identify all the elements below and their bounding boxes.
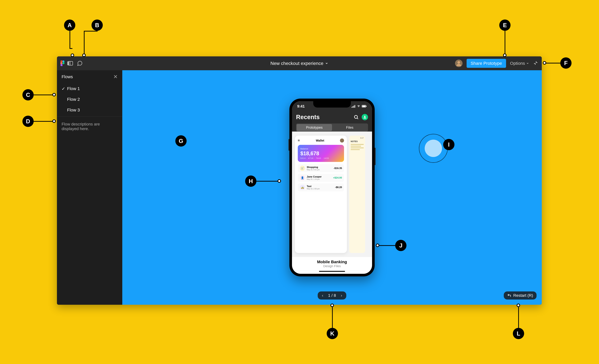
mini-avatar[interactable]	[340, 139, 344, 142]
close-icon[interactable]: ✕	[113, 74, 118, 80]
minimize-icon[interactable]	[533, 61, 538, 66]
svg-rect-4	[352, 106, 353, 108]
balance-amount: $18,678	[300, 151, 341, 157]
tab-prototypes[interactable]: Prototypes	[297, 124, 332, 131]
tx-icon: 🛒	[300, 166, 305, 171]
callout-e: E	[499, 19, 511, 31]
callout-k: K	[327, 328, 338, 339]
sidebar-title: Flows	[62, 74, 73, 79]
comment-icon[interactable]	[77, 60, 83, 66]
transaction-row[interactable]: 🚕 TaxiMay 19, 2:50 pm -$8.20	[298, 183, 344, 191]
battery-icon	[362, 105, 367, 107]
options-button[interactable]: Options	[510, 61, 529, 66]
transaction-row[interactable]: 🛒 ShoppingMay 20, 5:01 pm -$16.35	[298, 164, 344, 172]
device-frame: 9:41 Recents	[289, 98, 375, 276]
restart-icon	[507, 293, 511, 298]
callout-b: B	[91, 19, 103, 31]
app-header: Recents Prototypes Files	[292, 111, 372, 132]
wifi-icon	[357, 105, 361, 108]
prototype-canvas[interactable]: 9:41 Recents	[122, 70, 542, 305]
callout-h: H	[245, 176, 256, 187]
status-time: 9:41	[297, 104, 305, 108]
svg-point-12	[364, 116, 365, 117]
callout-c: C	[22, 89, 34, 100]
search-icon[interactable]	[353, 115, 359, 120]
svg-rect-9	[366, 106, 367, 107]
svg-rect-3	[352, 107, 352, 108]
balance-label: Balance	[300, 147, 341, 150]
page-navigator: ‹ 1 / 8 ›	[318, 292, 346, 300]
chevron-down-icon	[325, 62, 328, 65]
home-indicator[interactable]	[319, 271, 345, 272]
flow-description: Flow descriptions are displayed here.	[57, 116, 122, 136]
tx-icon: 🚕	[300, 185, 305, 190]
callout-j: J	[395, 240, 406, 251]
prototype-window: New checkout experience Share Prototype …	[57, 56, 542, 305]
flows-sidebar: Flows ✕ Flow 1 Flow 2 Flow 3 Flow descri…	[57, 70, 122, 305]
next-icon[interactable]: ›	[339, 293, 344, 298]
user-avatar[interactable]	[455, 60, 463, 67]
balance-card: Balance $18,678 5814 · 4718 · 7843 · 143…	[298, 145, 344, 162]
app-body[interactable]: = Wallet Balance $18,678 5814 · 4718 · 7…	[292, 132, 372, 257]
callout-f: F	[560, 57, 572, 69]
restart-button[interactable]: Restart (R)	[504, 292, 537, 300]
svg-rect-6	[355, 105, 355, 108]
tx-amount: -$8.20	[335, 186, 342, 189]
tx-amount: +$24.00	[333, 176, 342, 179]
app-avatar[interactable]	[362, 114, 368, 120]
tx-icon: 👤	[300, 175, 305, 180]
prototype-info: Mobile Banking Design Files	[292, 257, 372, 271]
callout-d: D	[22, 116, 34, 127]
notes-title: NOTES	[351, 140, 364, 142]
app-title: Recents	[296, 114, 320, 121]
callout-i: I	[443, 139, 454, 150]
svg-rect-8	[362, 106, 366, 107]
card-number: 5814 · 4718 · 7843 · 1435	[300, 157, 341, 159]
transaction-row[interactable]: 👤 Jane CooperMay 20, 1:24 pm +$24.00	[298, 174, 344, 182]
signal-icon	[352, 105, 356, 108]
tx-amount: -$16.35	[334, 167, 342, 170]
flow-item-1[interactable]: Flow 1	[57, 83, 122, 94]
notes-card[interactable]: 9:27 NOTES	[349, 136, 365, 253]
toolbar: New checkout experience Share Prototype …	[57, 56, 542, 70]
options-label: Options	[510, 61, 525, 66]
sidebar-toggle-icon[interactable]	[67, 60, 74, 66]
svg-rect-2	[67, 62, 69, 65]
share-button[interactable]: Share Prototype	[467, 59, 506, 68]
tab-files[interactable]: Files	[332, 124, 367, 131]
prototype-subtitle: Design Files	[292, 264, 372, 268]
notes-time: 9:27	[351, 137, 364, 139]
callout-l: L	[513, 328, 524, 339]
svg-line-11	[357, 118, 358, 119]
figma-logo[interactable]	[61, 61, 64, 66]
file-title[interactable]: New checkout experience	[270, 61, 328, 66]
prototype-name: Mobile Banking	[292, 260, 372, 264]
card-title: Wallet	[316, 139, 324, 142]
wallet-card[interactable]: = Wallet Balance $18,678 5814 · 4718 · 7…	[295, 136, 347, 253]
hotspot-dot	[425, 140, 442, 157]
svg-point-10	[354, 115, 357, 118]
notch	[313, 101, 351, 107]
hotspot-indicator	[419, 134, 448, 163]
callout-a: A	[64, 19, 75, 31]
tabs: Prototypes Files	[296, 124, 368, 132]
flow-item-2[interactable]: Flow 2	[57, 94, 122, 105]
callout-g: G	[175, 135, 187, 147]
title-text: New checkout experience	[270, 61, 323, 66]
menu-icon[interactable]: =	[298, 139, 300, 142]
svg-rect-5	[353, 106, 354, 108]
flow-item-3[interactable]: Flow 3	[57, 105, 122, 115]
chevron-down-icon	[526, 62, 529, 65]
restart-label: Restart (R)	[513, 293, 533, 298]
page-counter: 1 / 8	[328, 293, 336, 298]
prev-icon[interactable]: ‹	[321, 293, 325, 298]
